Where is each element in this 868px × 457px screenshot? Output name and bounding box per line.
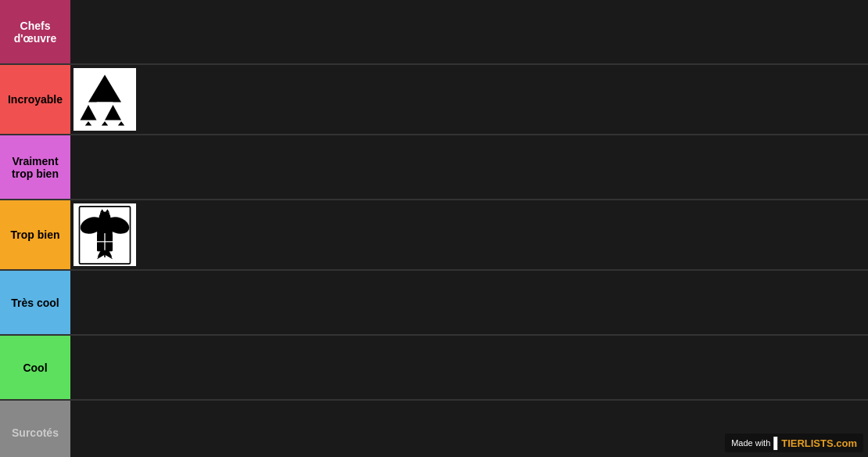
tier-list: Chefs d'œuvre Incroyable xyxy=(0,0,868,457)
svg-marker-5 xyxy=(85,121,91,126)
svg-marker-4 xyxy=(102,121,108,126)
tier-label-vraiment: Vraiment trop bien xyxy=(0,135,70,199)
tier-label-tres-cool: Très cool xyxy=(0,271,70,334)
tier-row-incroyable: Incroyable xyxy=(0,65,868,135)
svg-marker-16 xyxy=(100,209,104,212)
tier-content-vraiment xyxy=(70,135,868,199)
tier-content-tres-cool xyxy=(70,271,868,334)
tier-row-chefs: Chefs d'œuvre xyxy=(0,0,868,65)
tier-row-tres-cool: Très cool xyxy=(0,271,868,336)
tier-label-surcotes: Surcotés xyxy=(0,401,70,457)
tier-label-cool: Cool xyxy=(0,336,70,399)
svg-marker-21 xyxy=(97,250,113,259)
svg-marker-17 xyxy=(106,209,109,212)
svg-rect-15 xyxy=(100,212,109,215)
svg-marker-1 xyxy=(81,105,97,121)
tier-label-incroyable: Incroyable xyxy=(0,65,70,134)
crest-item[interactable] xyxy=(74,203,136,266)
watermark: Made with ▌TIERLISTS.com xyxy=(725,434,863,452)
tier-label-chefs: Chefs d'œuvre xyxy=(0,0,70,63)
watermark-brand: ▌TIERLISTS.com xyxy=(773,437,857,449)
triforce-item[interactable] xyxy=(74,68,136,131)
svg-marker-6 xyxy=(118,121,124,126)
tier-content-cool xyxy=(70,336,868,399)
tier-content-incroyable xyxy=(70,65,868,134)
tier-label-trop-bien: Trop bien xyxy=(0,200,70,269)
watermark-prefix: Made with xyxy=(731,438,770,448)
tier-content-chefs xyxy=(70,0,868,63)
tier-content-trop-bien xyxy=(70,200,868,269)
tier-row-trop-bien: Trop bien xyxy=(0,200,868,271)
tier-row-cool: Cool xyxy=(0,336,868,401)
svg-marker-0 xyxy=(88,75,121,103)
tier-row-vraiment: Vraiment trop bien xyxy=(0,135,868,200)
